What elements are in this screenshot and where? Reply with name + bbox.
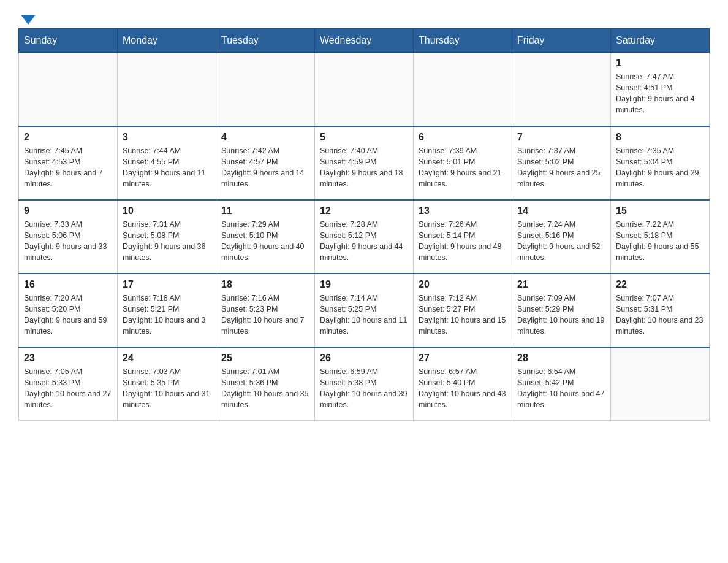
day-number: 10 bbox=[123, 205, 211, 216]
day-number: 1 bbox=[616, 58, 704, 69]
calendar-header-sunday: Sunday bbox=[19, 29, 118, 53]
day-info: Sunrise: 7:35 AM Sunset: 5:04 PM Dayligh… bbox=[616, 145, 704, 190]
day-info: Sunrise: 6:57 AM Sunset: 5:40 PM Dayligh… bbox=[419, 366, 507, 411]
calendar-header-monday: Monday bbox=[118, 29, 216, 53]
day-info: Sunrise: 7:20 AM Sunset: 5:20 PM Dayligh… bbox=[24, 293, 112, 337]
calendar-day-cell: 16Sunrise: 7:20 AM Sunset: 5:20 PM Dayli… bbox=[19, 274, 118, 347]
day-number: 13 bbox=[419, 205, 507, 216]
day-info: Sunrise: 7:22 AM Sunset: 5:18 PM Dayligh… bbox=[616, 219, 704, 264]
calendar-week-row: 16Sunrise: 7:20 AM Sunset: 5:20 PM Dayli… bbox=[19, 274, 710, 347]
day-number: 16 bbox=[24, 279, 112, 290]
calendar-day-cell bbox=[611, 347, 710, 421]
calendar-week-row: 1Sunrise: 7:47 AM Sunset: 4:51 PM Daylig… bbox=[19, 53, 710, 126]
calendar-day-cell: 9Sunrise: 7:33 AM Sunset: 5:06 PM Daylig… bbox=[19, 200, 118, 274]
day-info: Sunrise: 7:12 AM Sunset: 5:27 PM Dayligh… bbox=[419, 293, 507, 337]
day-info: Sunrise: 7:05 AM Sunset: 5:33 PM Dayligh… bbox=[24, 366, 112, 411]
calendar-day-cell: 1Sunrise: 7:47 AM Sunset: 4:51 PM Daylig… bbox=[611, 53, 710, 126]
day-number: 25 bbox=[221, 353, 309, 364]
day-info: Sunrise: 7:26 AM Sunset: 5:14 PM Dayligh… bbox=[419, 219, 507, 264]
day-number: 28 bbox=[517, 353, 605, 364]
day-number: 19 bbox=[320, 279, 408, 290]
calendar-day-cell: 26Sunrise: 6:59 AM Sunset: 5:38 PM Dayli… bbox=[315, 347, 414, 421]
calendar-day-cell bbox=[512, 53, 611, 126]
day-number: 5 bbox=[320, 132, 408, 143]
calendar-day-cell: 23Sunrise: 7:05 AM Sunset: 5:33 PM Dayli… bbox=[19, 347, 118, 421]
day-number: 22 bbox=[616, 279, 704, 290]
calendar-day-cell: 25Sunrise: 7:01 AM Sunset: 5:36 PM Dayli… bbox=[216, 347, 315, 421]
page-header bbox=[18, 12, 710, 22]
calendar-header-wednesday: Wednesday bbox=[315, 29, 414, 53]
day-info: Sunrise: 7:33 AM Sunset: 5:06 PM Dayligh… bbox=[24, 219, 112, 264]
calendar-day-cell: 28Sunrise: 6:54 AM Sunset: 5:42 PM Dayli… bbox=[512, 347, 611, 421]
calendar-day-cell: 14Sunrise: 7:24 AM Sunset: 5:16 PM Dayli… bbox=[512, 200, 611, 274]
day-number: 2 bbox=[24, 132, 112, 143]
logo bbox=[18, 12, 36, 22]
calendar-day-cell: 22Sunrise: 7:07 AM Sunset: 5:31 PM Dayli… bbox=[611, 274, 710, 347]
calendar-day-cell: 17Sunrise: 7:18 AM Sunset: 5:21 PM Dayli… bbox=[118, 274, 216, 347]
calendar-day-cell: 6Sunrise: 7:39 AM Sunset: 5:01 PM Daylig… bbox=[414, 126, 512, 200]
day-number: 21 bbox=[517, 279, 605, 290]
calendar-day-cell: 10Sunrise: 7:31 AM Sunset: 5:08 PM Dayli… bbox=[118, 200, 216, 274]
day-info: Sunrise: 7:45 AM Sunset: 4:53 PM Dayligh… bbox=[24, 145, 112, 190]
day-info: Sunrise: 7:42 AM Sunset: 4:57 PM Dayligh… bbox=[221, 145, 309, 190]
calendar-day-cell bbox=[315, 53, 414, 126]
day-info: Sunrise: 7:14 AM Sunset: 5:25 PM Dayligh… bbox=[320, 293, 408, 337]
calendar-header-saturday: Saturday bbox=[611, 29, 710, 53]
calendar-table: SundayMondayTuesdayWednesdayThursdayFrid… bbox=[18, 28, 710, 421]
day-info: Sunrise: 7:09 AM Sunset: 5:29 PM Dayligh… bbox=[517, 293, 605, 337]
calendar-day-cell bbox=[19, 53, 118, 126]
calendar-day-cell bbox=[118, 53, 216, 126]
day-number: 7 bbox=[517, 132, 605, 143]
day-number: 12 bbox=[320, 205, 408, 216]
day-number: 23 bbox=[24, 353, 112, 364]
calendar-day-cell bbox=[216, 53, 315, 126]
calendar-day-cell: 19Sunrise: 7:14 AM Sunset: 5:25 PM Dayli… bbox=[315, 274, 414, 347]
calendar-day-cell: 20Sunrise: 7:12 AM Sunset: 5:27 PM Dayli… bbox=[414, 274, 512, 347]
calendar-day-cell: 2Sunrise: 7:45 AM Sunset: 4:53 PM Daylig… bbox=[19, 126, 118, 200]
day-number: 8 bbox=[616, 132, 704, 143]
calendar-header-tuesday: Tuesday bbox=[216, 29, 315, 53]
day-info: Sunrise: 6:54 AM Sunset: 5:42 PM Dayligh… bbox=[517, 366, 605, 411]
day-info: Sunrise: 7:39 AM Sunset: 5:01 PM Dayligh… bbox=[419, 145, 507, 190]
calendar-day-cell: 4Sunrise: 7:42 AM Sunset: 4:57 PM Daylig… bbox=[216, 126, 315, 200]
calendar-day-cell: 3Sunrise: 7:44 AM Sunset: 4:55 PM Daylig… bbox=[118, 126, 216, 200]
calendar-week-row: 9Sunrise: 7:33 AM Sunset: 5:06 PM Daylig… bbox=[19, 200, 710, 274]
day-info: Sunrise: 7:03 AM Sunset: 5:35 PM Dayligh… bbox=[123, 366, 211, 411]
logo-general-text bbox=[18, 12, 36, 25]
day-number: 14 bbox=[517, 205, 605, 216]
day-info: Sunrise: 7:24 AM Sunset: 5:16 PM Dayligh… bbox=[517, 219, 605, 264]
day-info: Sunrise: 7:37 AM Sunset: 5:02 PM Dayligh… bbox=[517, 145, 605, 190]
calendar-day-cell: 27Sunrise: 6:57 AM Sunset: 5:40 PM Dayli… bbox=[414, 347, 512, 421]
day-number: 4 bbox=[221, 132, 309, 143]
calendar-day-cell bbox=[414, 53, 512, 126]
calendar-day-cell: 7Sunrise: 7:37 AM Sunset: 5:02 PM Daylig… bbox=[512, 126, 611, 200]
calendar-header-row: SundayMondayTuesdayWednesdayThursdayFrid… bbox=[19, 29, 710, 53]
calendar-header-thursday: Thursday bbox=[414, 29, 512, 53]
day-number: 17 bbox=[123, 279, 211, 290]
day-number: 15 bbox=[616, 205, 704, 216]
day-info: Sunrise: 7:31 AM Sunset: 5:08 PM Dayligh… bbox=[123, 219, 211, 264]
day-number: 3 bbox=[123, 132, 211, 143]
day-info: Sunrise: 6:59 AM Sunset: 5:38 PM Dayligh… bbox=[320, 366, 408, 411]
calendar-week-row: 23Sunrise: 7:05 AM Sunset: 5:33 PM Dayli… bbox=[19, 347, 710, 421]
day-number: 9 bbox=[24, 205, 112, 216]
calendar-day-cell: 24Sunrise: 7:03 AM Sunset: 5:35 PM Dayli… bbox=[118, 347, 216, 421]
day-info: Sunrise: 7:40 AM Sunset: 4:59 PM Dayligh… bbox=[320, 145, 408, 190]
day-info: Sunrise: 7:29 AM Sunset: 5:10 PM Dayligh… bbox=[221, 219, 309, 264]
day-number: 26 bbox=[320, 353, 408, 364]
day-info: Sunrise: 7:28 AM Sunset: 5:12 PM Dayligh… bbox=[320, 219, 408, 264]
calendar-day-cell: 5Sunrise: 7:40 AM Sunset: 4:59 PM Daylig… bbox=[315, 126, 414, 200]
calendar-day-cell: 8Sunrise: 7:35 AM Sunset: 5:04 PM Daylig… bbox=[611, 126, 710, 200]
calendar-day-cell: 12Sunrise: 7:28 AM Sunset: 5:12 PM Dayli… bbox=[315, 200, 414, 274]
calendar-day-cell: 18Sunrise: 7:16 AM Sunset: 5:23 PM Dayli… bbox=[216, 274, 315, 347]
day-info: Sunrise: 7:44 AM Sunset: 4:55 PM Dayligh… bbox=[123, 145, 211, 190]
calendar-header-friday: Friday bbox=[512, 29, 611, 53]
day-number: 24 bbox=[123, 353, 211, 364]
day-number: 6 bbox=[419, 132, 507, 143]
calendar-day-cell: 11Sunrise: 7:29 AM Sunset: 5:10 PM Dayli… bbox=[216, 200, 315, 274]
day-info: Sunrise: 7:01 AM Sunset: 5:36 PM Dayligh… bbox=[221, 366, 309, 411]
calendar-day-cell: 13Sunrise: 7:26 AM Sunset: 5:14 PM Dayli… bbox=[414, 200, 512, 274]
day-info: Sunrise: 7:16 AM Sunset: 5:23 PM Dayligh… bbox=[221, 293, 309, 337]
logo-arrow-icon bbox=[21, 15, 36, 25]
day-number: 20 bbox=[419, 279, 507, 290]
